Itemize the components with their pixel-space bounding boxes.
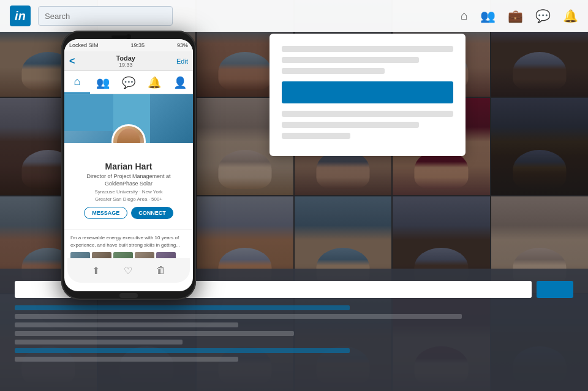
status-time: 19:35 <box>130 42 145 48</box>
jobs-icon: 💼 <box>508 9 523 23</box>
phone-bottom-bar: ⬆ ♡ 🗑 <box>67 258 190 283</box>
phone-tab-home[interactable]: ⌂ <box>64 71 90 94</box>
bottom-search-button[interactable] <box>537 281 573 298</box>
nav-notifications-button[interactable]: 🔔 <box>563 9 578 23</box>
bottom-line-6 <box>15 348 350 353</box>
bottom-line-4 <box>15 331 294 336</box>
share-icon[interactable]: ⬆ <box>92 265 100 277</box>
bottom-line-3 <box>15 322 238 327</box>
message-button[interactable]: MESSAGE <box>84 207 127 219</box>
bottom-line-7 <box>15 357 238 362</box>
modal-line-3 <box>282 68 385 74</box>
bottom-line-1 <box>15 305 350 310</box>
phone-tab-notifications[interactable]: 🔔 <box>141 71 167 94</box>
modal-line-6 <box>282 133 350 139</box>
phone-profile-header: 2nd <box>64 94 193 143</box>
linkedin-logo-box: in <box>10 6 31 26</box>
like-icon[interactable]: ♡ <box>124 265 132 277</box>
status-sim: Locked SIM <box>69 42 99 48</box>
modal-line-2 <box>282 57 419 63</box>
avatar-face <box>117 128 140 143</box>
modal-line-5 <box>282 122 419 128</box>
nav-network-button[interactable]: 👥 <box>480 9 496 23</box>
phone-tab-profile[interactable]: 👤 <box>167 71 193 94</box>
profile-university: Syracuse University · New York <box>72 189 186 195</box>
phone-tab-messages[interactable]: 💬 <box>116 71 141 94</box>
nav-jobs-button[interactable]: 💼 <box>508 9 523 23</box>
bottom-line-2 <box>15 314 462 319</box>
desktop-search-input[interactable] <box>38 6 173 26</box>
phone-tab-network[interactable]: 👥 <box>90 71 116 94</box>
desktop-nav-icons: ⌂ 👥 💼 💬 🔔 <box>461 9 578 23</box>
bottom-line-5 <box>15 340 183 344</box>
linkedin-logo: in <box>10 6 31 26</box>
modal-line-1 <box>282 46 453 52</box>
home-icon: ⌂ <box>461 9 468 23</box>
nav-messages-button[interactable]: 💬 <box>535 9 551 23</box>
modal-line-4 <box>282 111 453 117</box>
messages-icon: 💬 <box>535 9 551 23</box>
phone-notif-center: Today 19:33 <box>116 54 135 68</box>
desktop-nav: in ⌂ 👥 💼 💬 🔔 <box>0 0 588 32</box>
phone-notification-bar: < Today 19:33 Edit <box>64 51 193 71</box>
status-battery: 93% <box>177 42 188 48</box>
phone-notif-title: Today <box>116 54 135 62</box>
phone-device: Locked SIM 19:35 93% < Today 19:33 Edit … <box>61 31 196 300</box>
notifications-icon: 🔔 <box>563 9 578 23</box>
profile-location: Greater San Diego Area · 500+ <box>72 196 186 202</box>
phone-profile-info: Marian Hart Director of Project Manageme… <box>64 143 193 229</box>
phone-home-button[interactable] <box>119 293 138 298</box>
phone-avatar-area: 2nd <box>111 124 146 143</box>
linkedin-logo-text: in <box>15 9 26 23</box>
phone-nav-tabs: ⌂ 👥 💬 🔔 👤 <box>64 71 193 94</box>
profile-title: Director of Project Management at Golden… <box>72 173 186 187</box>
phone-edit-button[interactable]: Edit <box>176 58 188 65</box>
profile-avatar <box>111 124 146 143</box>
phone-screen: Locked SIM 19:35 93% < Today 19:33 Edit … <box>64 39 193 291</box>
phone-speaker <box>111 35 129 38</box>
phone-status-bar: Locked SIM 19:35 93% <box>64 39 193 51</box>
modal-cta-bar[interactable] <box>282 81 453 103</box>
delete-icon[interactable]: 🗑 <box>156 265 166 276</box>
desktop-modal <box>270 34 466 156</box>
phone-notif-subtitle: 19:33 <box>119 62 133 68</box>
connect-button[interactable]: CONNECT <box>131 207 173 219</box>
network-icon: 👥 <box>480 9 496 23</box>
profile-name: Marian Hart <box>72 162 186 171</box>
profile-action-buttons: MESSAGE CONNECT <box>72 207 186 219</box>
bottom-content-lines <box>15 305 573 362</box>
nav-home-button[interactable]: ⌂ <box>461 9 468 23</box>
phone-back-button[interactable]: < <box>69 56 75 67</box>
profile-bio: I'm a renewable energy executive with 10… <box>64 229 193 248</box>
